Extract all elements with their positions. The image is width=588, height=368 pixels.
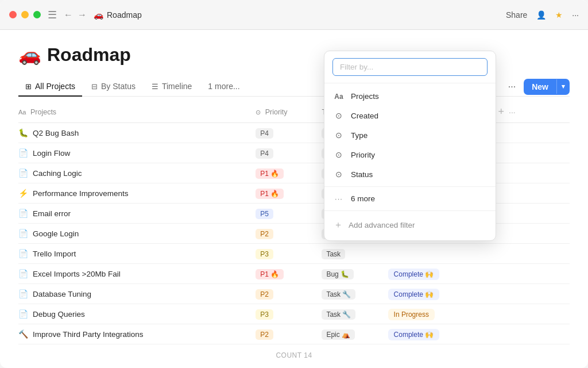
back-button[interactable]: ← — [64, 10, 73, 20]
cell-empty — [493, 224, 570, 244]
filter-search-input[interactable] — [332, 58, 488, 76]
type-badge[interactable]: Epic ⛺ — [322, 329, 355, 340]
filter-item-status[interactable]: ⊙ Status — [324, 164, 496, 184]
filter-add-advanced[interactable]: ＋ Add advanced filter — [324, 213, 496, 237]
type-badge[interactable]: Task 🔧 — [322, 309, 355, 320]
filter-item-more[interactable]: ··· 6 more — [324, 189, 496, 208]
tab-by-status-label: By Status — [101, 82, 136, 91]
cell-project-name: 📄 Caching Logic — [18, 163, 250, 183]
priority-badge[interactable]: P2 — [256, 289, 273, 300]
type-badge[interactable]: Bug 🐛 — [322, 269, 354, 279]
minimize-button[interactable] — [21, 11, 29, 18]
columns-more-icon[interactable]: ··· — [509, 108, 516, 117]
cell-empty — [493, 284, 570, 304]
project-name[interactable]: Improve Third Party Integrations — [33, 330, 144, 339]
cell-type: Bug 🐛 — [316, 264, 382, 284]
priority-badge[interactable]: P1 🔥 — [256, 168, 284, 179]
cell-project-name: 📄 Trello Import — [18, 244, 250, 264]
filter-priority-label: Priority — [351, 151, 375, 159]
add-column-icon[interactable]: + — [498, 106, 505, 118]
project-name[interactable]: Debug Queries — [33, 310, 85, 319]
cell-priority: P5 — [250, 204, 316, 224]
cell-priority: P3 — [250, 304, 316, 324]
priority-badge[interactable]: P4 — [256, 128, 273, 139]
cell-status: Complete 🙌 — [382, 284, 493, 304]
filter-item-priority[interactable]: ⊙ Priority — [324, 145, 496, 164]
cell-empty — [493, 183, 570, 204]
table-footer: COUNT 14 — [18, 344, 570, 364]
project-icon: 📄 — [18, 148, 28, 158]
project-name[interactable]: Google Login — [33, 229, 79, 238]
tab-all-projects[interactable]: ⊞ All Projects — [18, 77, 82, 97]
priority-badge[interactable]: P3 — [256, 309, 273, 320]
type-badge[interactable]: Task — [322, 249, 345, 259]
tab-all-projects-icon: ⊞ — [25, 82, 32, 91]
project-name[interactable]: Database Tuning — [33, 290, 91, 298]
new-button-chevron-icon[interactable]: ▾ — [556, 79, 570, 94]
project-icon: 🐛 — [18, 128, 28, 137]
profile-icon[interactable]: 👤 — [536, 10, 546, 20]
cell-priority: P1 🔥 — [250, 183, 316, 204]
main-content: 🚗 Roadmap ⊞ All Projects ⊟ By Status ☰ T… — [0, 30, 588, 368]
filter-item-type[interactable]: ⊙ Type — [324, 125, 496, 145]
table-row: 📄 Trello Import P3Task — [18, 244, 570, 264]
col-header-projects: Aa Projects — [18, 101, 250, 123]
cell-priority: P3 — [250, 244, 316, 264]
forward-button[interactable]: → — [78, 10, 87, 20]
project-name[interactable]: Performance Improvements — [33, 189, 129, 198]
tab-timeline[interactable]: ☰ Timeline — [145, 77, 199, 97]
priority-badge[interactable]: P3 — [256, 249, 273, 259]
cell-empty — [493, 324, 570, 344]
priority-badge[interactable]: P2 — [256, 329, 273, 340]
star-icon[interactable]: ★ — [555, 10, 563, 20]
project-name[interactable]: Q2 Bug Bash — [33, 129, 79, 137]
priority-badge[interactable]: P5 — [256, 209, 273, 219]
filter-created-label: Created — [351, 112, 378, 120]
project-icon: 📄 — [18, 168, 28, 178]
tab-timeline-label: Timeline — [162, 82, 192, 91]
filter-item-projects[interactable]: Aa Projects — [324, 87, 496, 106]
cell-priority: P1 🔥 — [250, 264, 316, 284]
status-badge: In Progress — [388, 309, 435, 320]
tab-by-status[interactable]: ⊟ By Status — [84, 77, 142, 97]
project-name[interactable]: Login Flow — [33, 149, 70, 158]
filter-type-label: Type — [351, 131, 368, 140]
filter-created-icon: ⊙ — [334, 111, 344, 120]
window-title: 🚗 Roadmap — [94, 10, 506, 20]
new-button[interactable]: New ▾ — [524, 79, 570, 95]
cell-project-name: 🔨 Improve Third Party Integrations — [18, 324, 250, 344]
project-name[interactable]: Email error — [33, 209, 71, 218]
filter-projects-label: Projects — [351, 92, 379, 101]
filter-items-list: Aa Projects ⊙ Created ⊙ Type ⊙ Priority … — [324, 83, 496, 240]
priority-badge[interactable]: P1 🔥 — [256, 269, 284, 279]
more-button[interactable]: ··· — [505, 79, 519, 94]
share-button[interactable]: Share — [506, 10, 527, 20]
cell-type: Task 🔧 — [316, 284, 382, 304]
project-icon: 📄 — [18, 269, 28, 278]
more-options-icon[interactable]: ··· — [572, 10, 579, 20]
project-name[interactable]: Excel Imports >20Mb Fail — [33, 270, 121, 278]
tab-more[interactable]: 1 more... — [201, 77, 246, 97]
menu-icon[interactable]: ☰ — [48, 9, 57, 21]
priority-badge[interactable]: P4 — [256, 148, 273, 159]
project-name[interactable]: Caching Logic — [33, 169, 82, 178]
priority-badge[interactable]: P2 — [256, 229, 273, 239]
title-emoji: 🚗 — [94, 10, 103, 20]
project-icon: 📄 — [18, 309, 28, 319]
type-badge[interactable]: Task 🔧 — [322, 289, 355, 300]
cell-project-name: 📄 Login Flow — [18, 143, 250, 163]
filter-projects-icon: Aa — [334, 93, 344, 101]
filter-item-created[interactable]: ⊙ Created — [324, 106, 496, 125]
maximize-button[interactable] — [33, 11, 41, 18]
project-icon: 📄 — [18, 229, 28, 238]
filter-more-label: 6 more — [351, 194, 375, 203]
filter-priority-icon: ⊙ — [334, 150, 344, 159]
priority-badge[interactable]: P1 🔥 — [256, 189, 284, 199]
titlebar: ☰ ← → 🚗 Roadmap Share 👤 ★ ··· — [0, 0, 588, 30]
project-name[interactable]: Trello Import — [33, 250, 76, 258]
filter-divider — [324, 186, 496, 187]
cell-type: Task — [316, 244, 382, 264]
close-button[interactable] — [9, 11, 17, 18]
status-badge: Complete 🙌 — [388, 269, 440, 280]
cell-project-name: 📄 Debug Queries — [18, 304, 250, 324]
